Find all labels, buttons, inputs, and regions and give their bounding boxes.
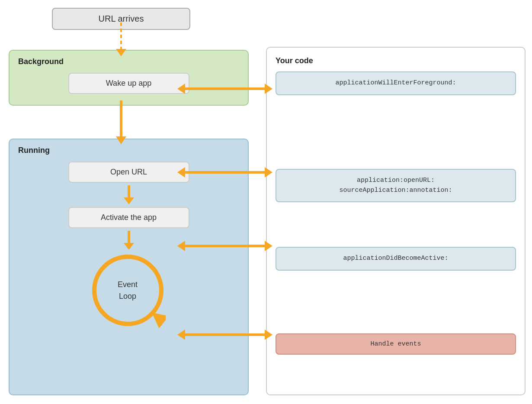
background-section: Background Wake up app xyxy=(9,50,249,106)
diagram-container: URL arrives Background Wake up app Runni… xyxy=(0,0,532,404)
event-loop-circle: Event Loop xyxy=(90,252,168,330)
wake-up-box: Wake up app xyxy=(68,73,189,94)
will-enter-foreground-box: applicationWillEnterForeground: xyxy=(276,71,516,95)
running-label: Running xyxy=(18,146,239,155)
url-arrives-box: URL arrives xyxy=(52,8,190,30)
url-arrives-label: URL arrives xyxy=(52,8,190,30)
did-become-active-box: applicationDidBecomeActive: xyxy=(276,247,516,271)
open-url-code-box: application:openURL:sourceApplication:an… xyxy=(276,169,516,202)
your-code-label: Your code xyxy=(276,56,516,65)
running-section: Running Open URL Activate the app xyxy=(9,139,249,395)
circle-arrow-icon xyxy=(144,309,166,330)
background-label: Background xyxy=(18,57,239,66)
right-panel: Your code applicationWillEnterForeground… xyxy=(266,47,526,395)
open-url-box: Open URL xyxy=(68,162,189,183)
handle-events-box: Handle events xyxy=(276,333,516,355)
activate-app-box: Activate the app xyxy=(68,207,189,228)
